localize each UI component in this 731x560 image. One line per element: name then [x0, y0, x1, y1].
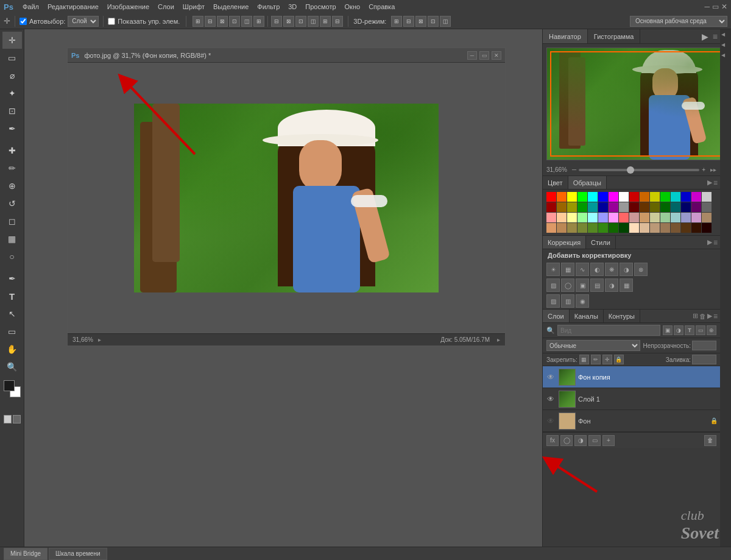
histogram-tab[interactable]: Гистограмма	[588, 29, 641, 43]
hand-tool[interactable]: ✋	[2, 341, 22, 358]
swatch-49[interactable]	[557, 223, 567, 233]
menu-image[interactable]: Изображение	[103, 2, 154, 12]
swatch-53[interactable]	[598, 223, 608, 233]
channel-mixer-icon[interactable]: ▣	[576, 278, 589, 292]
3d-icon2[interactable]: ⊟	[403, 16, 414, 27]
collapse-btn1[interactable]: ◀	[721, 32, 730, 40]
swatch-55[interactable]	[619, 223, 629, 233]
blending-mode-select[interactable]: Обычные	[546, 340, 640, 351]
layer-mask-btn[interactable]: ◯	[560, 435, 573, 446]
swatch-12[interactable]	[671, 192, 680, 202]
swatch-30[interactable]	[691, 202, 701, 212]
zoom-out-icon[interactable]: ─	[572, 166, 576, 173]
hue-saturation-icon[interactable]: ◑	[620, 263, 633, 276]
crop-tool[interactable]: ⊡	[2, 102, 22, 119]
layer-item-sloy1[interactable]: 👁 Слой 1	[543, 388, 720, 410]
swatch-36[interactable]	[588, 213, 598, 222]
swatch-26[interactable]	[650, 202, 660, 212]
swatch-48[interactable]	[546, 223, 556, 233]
layer-trash-btn[interactable]: 🗑	[704, 435, 716, 446]
layers-play-icon[interactable]: ▶	[707, 312, 712, 320]
gradient-map-icon[interactable]: ▥	[561, 294, 574, 308]
align-left-icon[interactable]: ⊞	[192, 16, 203, 27]
photo-filter-icon[interactable]: ◯	[561, 278, 574, 292]
layer-group-btn[interactable]: ▭	[588, 435, 601, 446]
collapse-btn3[interactable]: ◀	[721, 52, 730, 61]
lock-image-icon[interactable]: ✏	[591, 355, 601, 364]
layers-search-input[interactable]	[557, 325, 660, 336]
3d-icon5[interactable]: ◫	[440, 16, 451, 27]
clone-tool[interactable]: ⊕	[2, 177, 22, 194]
auto-select-checkbox[interactable]	[19, 18, 27, 25]
swatch-23[interactable]	[619, 202, 629, 212]
zoom-slider[interactable]	[579, 169, 699, 171]
swatch-7[interactable]	[619, 192, 629, 202]
swatch-57[interactable]	[640, 223, 649, 233]
swatch-51[interactable]	[577, 223, 587, 233]
bw-icon[interactable]: ▨	[546, 278, 560, 292]
lock-transparent-icon[interactable]: ▦	[579, 355, 589, 364]
minimize-icon[interactable]: ─	[704, 2, 710, 11]
swatch-2[interactable]	[567, 192, 577, 202]
swatch-8[interactable]	[629, 192, 639, 202]
dist5-icon[interactable]: ⊞	[320, 16, 331, 27]
dist-h-icon[interactable]: ⊟	[271, 16, 282, 27]
align-middle-icon[interactable]: ◫	[241, 16, 252, 27]
swatch-27[interactable]	[660, 202, 670, 212]
close-icon[interactable]: ✕	[721, 2, 727, 11]
menu-font[interactable]: Шрифт	[178, 2, 209, 12]
lock-position-icon[interactable]: ✛	[602, 355, 612, 364]
pen-tool[interactable]: ✒	[2, 270, 22, 287]
dist3-icon[interactable]: ⊡	[295, 16, 306, 27]
dist6-icon[interactable]: ⊟	[332, 16, 343, 27]
swatch-38[interactable]	[609, 213, 618, 222]
posterize-icon[interactable]: ▦	[620, 278, 633, 292]
curves-icon[interactable]: ∿	[576, 263, 589, 276]
doc-minimize-btn[interactable]: ─	[467, 51, 477, 60]
swatch-44[interactable]	[671, 213, 680, 222]
color-tab[interactable]: Цвет	[543, 176, 568, 189]
swatch-63[interactable]	[702, 223, 712, 233]
styles-tab[interactable]: Стили	[586, 236, 616, 249]
heal-tool[interactable]: ✚	[2, 142, 22, 159]
lock-all-icon[interactable]: 🔒	[614, 355, 624, 364]
swatch-25[interactable]	[640, 202, 649, 212]
nav-play-icon[interactable]: ▶	[699, 30, 711, 43]
color-balance-icon[interactable]: ⊗	[634, 263, 648, 276]
swatch-19[interactable]	[577, 202, 587, 212]
menu-file[interactable]: Файл	[18, 2, 43, 12]
auto-select-dropdown[interactable]: Слой	[68, 16, 99, 27]
swatch-29[interactable]	[681, 202, 691, 212]
marquee-tool[interactable]: ▭	[2, 49, 22, 66]
menu-help[interactable]: Справка	[364, 2, 399, 12]
exposure-icon[interactable]: ◐	[590, 263, 604, 276]
color-panel-play-icon[interactable]: ▶	[707, 179, 712, 186]
doc-restore-btn[interactable]: ▭	[479, 51, 489, 60]
color-swatches[interactable]	[4, 380, 21, 397]
swatch-6[interactable]	[609, 192, 618, 202]
navigator-tab[interactable]: Навигатор	[543, 29, 588, 43]
swatch-11[interactable]	[660, 192, 670, 202]
paths-tab[interactable]: Контуры	[604, 310, 640, 322]
fg-color[interactable]	[4, 380, 15, 391]
swatch-58[interactable]	[650, 223, 660, 233]
shape-tool[interactable]: ▭	[2, 323, 22, 340]
swatch-52[interactable]	[588, 223, 598, 233]
invert-icon[interactable]: ◑	[605, 278, 618, 292]
swatch-20[interactable]	[588, 202, 598, 212]
swatch-28[interactable]	[671, 202, 680, 212]
brush-tool[interactable]: ✏	[2, 160, 22, 177]
dodge-tool[interactable]: ○	[2, 248, 22, 265]
swatch-54[interactable]	[609, 223, 618, 233]
swatch-32[interactable]	[546, 213, 556, 222]
menu-layers[interactable]: Слои	[154, 2, 178, 12]
swatch-43[interactable]	[660, 213, 670, 222]
corr-panel-play-icon[interactable]: ▶	[707, 238, 712, 246]
restore-icon[interactable]: ▭	[712, 2, 719, 11]
menu-select[interactable]: Выделение	[209, 2, 253, 12]
show-transform-checkbox[interactable]	[108, 18, 115, 25]
align-center-v-icon[interactable]: ⊟	[205, 16, 216, 27]
layers-settings-icon[interactable]: ⊞	[693, 312, 698, 320]
brightness-icon[interactable]: ☀	[546, 263, 560, 276]
swatch-22[interactable]	[609, 202, 618, 212]
